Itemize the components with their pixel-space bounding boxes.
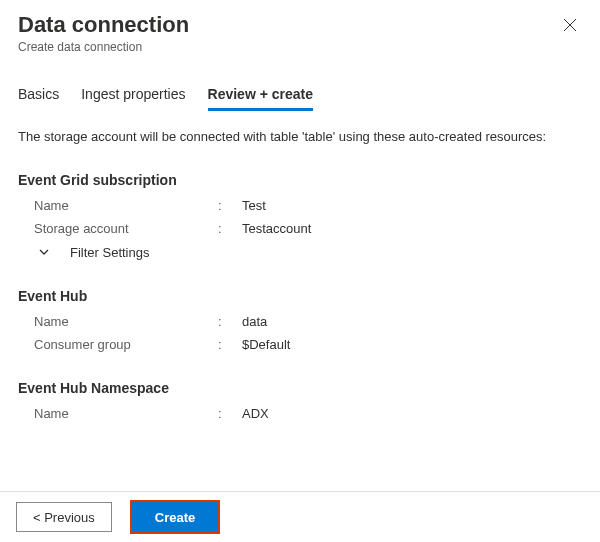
chevron-down-icon — [36, 244, 52, 260]
filter-settings-toggle[interactable]: Filter Settings — [18, 244, 582, 260]
tab-basics[interactable]: Basics — [18, 86, 59, 111]
section-event-grid: Event Grid subscription Name : Test Stor… — [18, 172, 582, 260]
label-namespace-name: Name — [18, 406, 218, 421]
close-icon — [563, 18, 577, 32]
value-namespace-name: ADX — [242, 406, 269, 421]
tab-ingest-properties[interactable]: Ingest properties — [81, 86, 185, 111]
label-event-hub-name: Name — [18, 314, 218, 329]
value-consumer-group: $Default — [242, 337, 290, 352]
row-namespace-name: Name : ADX — [18, 406, 582, 421]
row-event-hub-name: Name : data — [18, 314, 582, 329]
filter-settings-label: Filter Settings — [70, 245, 149, 260]
close-button[interactable] — [558, 16, 582, 37]
intro-text: The storage account will be connected wi… — [18, 129, 582, 144]
label-consumer-group: Consumer group — [18, 337, 218, 352]
tab-bar: Basics Ingest properties Review + create — [18, 86, 582, 111]
dialog-header: Data connection Create data connection — [18, 12, 582, 54]
row-event-grid-name: Name : Test — [18, 198, 582, 213]
previous-button[interactable]: < Previous — [16, 502, 112, 532]
label-storage-account: Storage account — [18, 221, 218, 236]
label-event-grid-name: Name — [18, 198, 218, 213]
section-event-hub: Event Hub Name : data Consumer group : $… — [18, 288, 582, 352]
value-storage-account: Testaccount — [242, 221, 311, 236]
value-event-hub-name: data — [242, 314, 267, 329]
dialog-footer: < Previous Create — [0, 491, 600, 542]
section-title-event-hub-namespace: Event Hub Namespace — [18, 380, 582, 396]
row-consumer-group: Consumer group : $Default — [18, 337, 582, 352]
value-event-grid-name: Test — [242, 198, 266, 213]
section-title-event-grid: Event Grid subscription — [18, 172, 582, 188]
page-subtitle: Create data connection — [18, 40, 582, 54]
page-title: Data connection — [18, 12, 582, 38]
create-button[interactable]: Create — [132, 502, 218, 532]
section-event-hub-namespace: Event Hub Namespace Name : ADX — [18, 380, 582, 421]
tab-review-create[interactable]: Review + create — [208, 86, 313, 111]
section-title-event-hub: Event Hub — [18, 288, 582, 304]
row-storage-account: Storage account : Testaccount — [18, 221, 582, 236]
